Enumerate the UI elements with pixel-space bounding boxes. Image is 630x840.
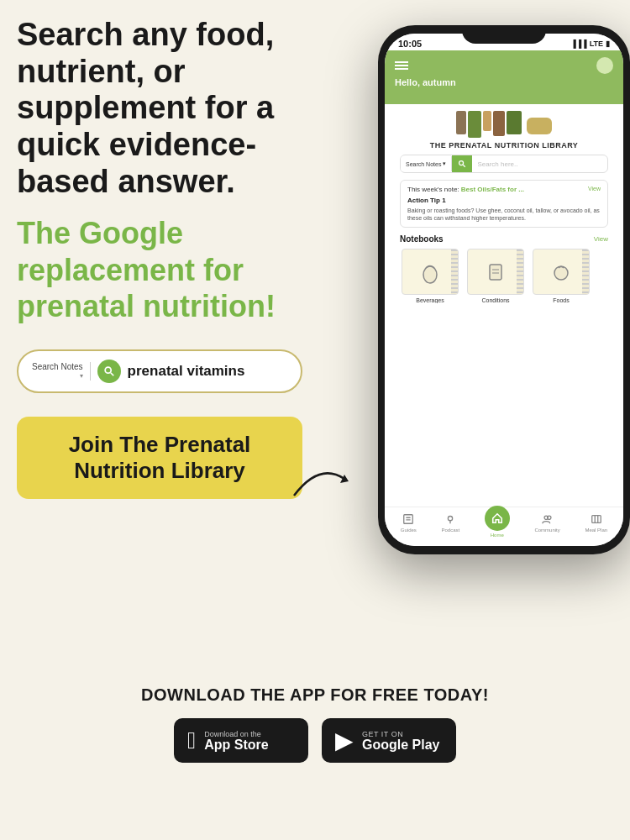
- google-play-button[interactable]: ▶ GET IT ON Google Play: [322, 718, 456, 763]
- app-store-name: App Store: [204, 738, 268, 752]
- wifi-icon: ▐▐▐: [571, 39, 587, 48]
- notebook-cover-conditions: [467, 249, 524, 295]
- google-play-sub: GET IT ON: [362, 730, 439, 738]
- action-tip-text: Baking or roasting foods? Use ghee, coco…: [407, 207, 601, 222]
- books-illustration: [393, 111, 615, 138]
- header-top: [395, 57, 613, 74]
- time-display: 10:05: [398, 39, 422, 49]
- search-demo-text: prenatal vitamins: [128, 363, 245, 380]
- nav-meal-plan[interactable]: Meal Plan: [585, 512, 607, 538]
- status-icons: ▐▐▐ LTE ▮: [571, 39, 610, 48]
- greeting-text: Hello, autumn: [395, 77, 613, 87]
- notebook-cover-foods: [533, 249, 590, 295]
- action-tip-title: Action Tip 1: [407, 197, 601, 204]
- store-buttons:  Download on the App Store ▶ GET IT ON …: [174, 718, 456, 763]
- phone-outer: 10:05 ▐▐▐ LTE ▮ Hello, autumn: [378, 25, 630, 554]
- svg-point-9: [554, 266, 568, 280]
- headline: Search any food, nutrient, or supplement…: [17, 17, 344, 200]
- nav-label-podcast: Podcast: [441, 528, 459, 533]
- notebooks-section: Notebooks View Beverages: [393, 234, 615, 308]
- google-play-name: Google Play: [362, 738, 439, 752]
- notebook-label-foods: Foods: [553, 297, 569, 303]
- nav-podcast[interactable]: Podcast: [441, 512, 459, 538]
- svg-point-3: [459, 161, 464, 165]
- phone-search-bar[interactable]: Search Notes ▾ Search here..: [400, 155, 608, 173]
- nav-guides[interactable]: Guides: [401, 512, 417, 538]
- notebook-conditions[interactable]: Conditions: [465, 249, 526, 303]
- app-store-text: Download on the App Store: [204, 730, 268, 752]
- community-icon: [540, 512, 555, 526]
- home-icon: [485, 506, 510, 531]
- podcast-icon: [443, 512, 458, 526]
- bottom-nav: Guides Podcast Home: [385, 507, 623, 546]
- google-play-icon: ▶: [335, 727, 354, 754]
- meal-plan-icon: [589, 512, 604, 526]
- battery-icon: ▮: [606, 39, 610, 48]
- notebooks-view[interactable]: View: [594, 235, 608, 243]
- nav-label-guides: Guides: [401, 528, 417, 533]
- subheadline: The Google replacement for prenatal nutr…: [17, 215, 344, 324]
- notebook-label-beverages: Beverages: [416, 297, 444, 303]
- phone-search-icon: [452, 155, 472, 172]
- curved-arrow: [286, 454, 353, 507]
- svg-rect-10: [404, 515, 413, 524]
- chevron-down-icon: ▾: [80, 372, 83, 381]
- note-header: This week's note: Best Oils/Fats for ...…: [407, 186, 601, 193]
- left-content: Search any food, nutrient, or supplement…: [17, 17, 344, 499]
- pot-illustration: [527, 118, 552, 134]
- phone-search-placeholder: Search here..: [472, 156, 522, 172]
- search-icon: [97, 360, 121, 383]
- notebook-cover-beverages: [402, 249, 459, 295]
- dropdown-label: Search Notes: [32, 362, 83, 372]
- svg-rect-17: [592, 516, 601, 523]
- note-title: Best Oils/Fats for ...: [461, 186, 524, 193]
- library-area: THE PRENATAL NUTRITION LIBRARY Search No…: [385, 104, 623, 313]
- weekly-label: This week's note:: [407, 186, 459, 193]
- phone-notch: [462, 25, 546, 44]
- phone-screen: 10:05 ▐▐▐ LTE ▮ Hello, autumn: [385, 34, 623, 546]
- download-title: DOWNLOAD THE APP FOR FREE TODAY!: [141, 685, 489, 705]
- nav-label-community: Community: [534, 528, 559, 533]
- nav-community[interactable]: Community: [534, 512, 559, 538]
- note-view[interactable]: View: [588, 186, 601, 192]
- signal-text: LTE: [590, 39, 603, 48]
- nav-label-home: Home: [491, 533, 504, 538]
- svg-rect-6: [490, 265, 501, 280]
- cta-button[interactable]: Join The PrenatalNutrition Library: [17, 417, 302, 499]
- app-store-button[interactable]:  Download on the App Store: [174, 718, 308, 763]
- svg-point-16: [547, 516, 550, 519]
- svg-point-0: [105, 367, 111, 373]
- weekly-note: This week's note: Best Oils/Fats for ...…: [400, 180, 608, 228]
- phone-search-dropdown[interactable]: Search Notes ▾: [401, 156, 452, 171]
- notebook-label-conditions: Conditions: [481, 297, 509, 303]
- cta-line1: Join The PrenatalNutrition Library: [37, 432, 282, 484]
- notebook-items: Beverages Conditions: [400, 249, 608, 303]
- avatar: [596, 57, 613, 74]
- svg-point-13: [449, 517, 453, 521]
- phone-mockup: 10:05 ▐▐▐ LTE ▮ Hello, autumn: [370, 25, 630, 596]
- notebook-foods[interactable]: Foods: [531, 249, 591, 303]
- phone-chevron-icon: ▾: [443, 160, 446, 167]
- notebook-beverages[interactable]: Beverages: [400, 249, 460, 303]
- notebooks-header: Notebooks View: [400, 234, 608, 244]
- bottom-section: DOWNLOAD THE APP FOR FREE TODAY!  Downl…: [0, 672, 630, 840]
- notebooks-title: Notebooks: [400, 234, 444, 244]
- nav-home[interactable]: Home: [485, 512, 510, 538]
- svg-line-4: [464, 165, 466, 167]
- svg-line-1: [110, 373, 113, 376]
- search-bar-demo[interactable]: Search Notes ▾ prenatal vitamins: [17, 349, 302, 393]
- google-play-text: GET IT ON Google Play: [362, 730, 439, 752]
- app-store-sub: Download on the: [204, 730, 268, 738]
- svg-point-5: [423, 266, 437, 283]
- library-title: THE PRENATAL NUTRITION LIBRARY: [393, 141, 615, 150]
- guides-icon: [401, 512, 416, 526]
- search-dropdown[interactable]: Search Notes ▾: [32, 362, 91, 381]
- hamburger-icon[interactable]: [395, 60, 408, 71]
- phone-dropdown-label: Search Notes: [406, 161, 441, 167]
- nav-label-meal-plan: Meal Plan: [585, 528, 607, 533]
- apple-icon: : [187, 727, 196, 754]
